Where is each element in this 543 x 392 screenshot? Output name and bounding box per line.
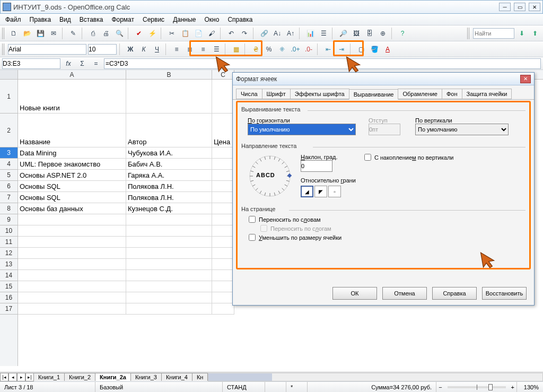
dialog-tab-0[interactable]: Числа <box>236 89 262 99</box>
horizontal-scrollbar[interactable] <box>208 373 543 381</box>
cell-A14[interactable] <box>18 270 126 281</box>
dec-indent-icon[interactable]: ⇤ <box>322 43 334 55</box>
row-header-10[interactable]: 10 <box>0 225 17 237</box>
row-header-4[interactable]: 4 <box>0 159 17 170</box>
cell-B8[interactable]: Кузнецов С.Д. <box>126 203 212 214</box>
dialog-close-icon[interactable]: ✕ <box>520 75 531 83</box>
spellcheck-icon[interactable]: ✔ <box>133 28 145 39</box>
tab-prev-icon[interactable]: ◂ <box>8 373 17 381</box>
menu-help[interactable]: Справка <box>224 15 256 24</box>
tab-next-icon[interactable]: ▸ <box>17 373 25 381</box>
brush-icon[interactable]: 🖌 <box>206 28 217 39</box>
currency-icon[interactable]: ₴ <box>250 43 261 55</box>
percent-icon[interactable]: % <box>263 43 275 55</box>
row-header-16[interactable]: 16 <box>0 292 17 303</box>
inc-indent-icon[interactable]: ⇥ <box>336 43 347 55</box>
copy-icon[interactable]: 📋 <box>179 28 191 39</box>
stack-vertical-checkbox[interactable] <box>364 154 371 161</box>
cell-B1[interactable] <box>126 80 212 114</box>
redo-icon[interactable]: ↷ <box>239 28 250 39</box>
sheet-tab-3[interactable]: Книги_3 <box>130 373 162 381</box>
hyperlink-icon[interactable]: 🔗 <box>258 28 270 39</box>
align-left-icon[interactable]: ≡ <box>171 43 182 55</box>
find-icon[interactable]: 🔎 <box>337 28 349 39</box>
number-icon[interactable]: ⁜ <box>276 43 288 55</box>
row-header-9[interactable]: 9 <box>0 214 17 225</box>
gallery-icon[interactable]: 🖼 <box>351 28 362 39</box>
fx-icon[interactable]: fx <box>63 58 74 69</box>
print-icon[interactable]: 🖨 <box>100 28 112 39</box>
row-header-15[interactable]: 15 <box>0 281 17 292</box>
border-icon[interactable]: ▢ <box>355 43 367 55</box>
row-header-6[interactable]: 6 <box>0 181 17 192</box>
toolbar-grip[interactable] <box>2 28 5 39</box>
col-header-B[interactable]: B <box>126 70 212 79</box>
bgcolor-icon[interactable]: 🪣 <box>369 43 380 55</box>
cell-C13[interactable] <box>212 259 234 270</box>
status-mode[interactable]: СТАНД <box>223 382 265 392</box>
formula-input[interactable] <box>104 58 541 69</box>
dialog-titlebar[interactable]: Формат ячеек ✕ <box>233 73 534 85</box>
datasource-icon[interactable]: 🗄 <box>364 28 375 39</box>
cut-icon[interactable]: ✂ <box>166 28 178 39</box>
status-sum[interactable]: Сумма=34 276,00 руб. <box>308 382 436 392</box>
chart-icon[interactable]: 📊 <box>304 28 316 39</box>
undo-icon[interactable]: ↶ <box>225 28 237 39</box>
cell-C11[interactable] <box>212 237 234 248</box>
align-justify-icon[interactable]: ☰ <box>211 43 222 55</box>
nav-icon[interactable]: ☰ <box>318 28 329 39</box>
help-icon[interactable]: ? <box>397 28 408 39</box>
zoom-value[interactable]: 130% <box>516 382 543 392</box>
select-all-corner[interactable] <box>0 70 18 80</box>
ref-edge-lower-icon[interactable]: ◢ <box>301 186 313 197</box>
angle-spinner[interactable] <box>301 160 332 172</box>
cell-B6[interactable]: Полякова Л.Н. <box>126 181 212 192</box>
ref-edge-upper-icon[interactable]: ◤ <box>314 186 327 197</box>
menu-view[interactable]: Вид <box>56 15 74 24</box>
cell-C14[interactable] <box>212 270 234 281</box>
find-prev-icon[interactable]: ⬆ <box>529 28 541 39</box>
row-header-13[interactable]: 13 <box>0 259 17 270</box>
cell-B5[interactable]: Гаряка А.А. <box>126 170 212 181</box>
cell-A3[interactable]: Data Mining <box>18 147 126 159</box>
cell-C4[interactable] <box>212 159 234 170</box>
sheet-tab-1[interactable]: Книги_2 <box>64 373 95 381</box>
font-size-select[interactable] <box>88 44 117 55</box>
cell-A17[interactable] <box>18 303 126 315</box>
cell-C6[interactable] <box>212 181 234 192</box>
cell-A10[interactable] <box>18 225 126 237</box>
cell-A12[interactable] <box>18 248 126 259</box>
cell-A11[interactable] <box>18 237 126 248</box>
cell-C10[interactable] <box>212 225 234 237</box>
cell-reference-box[interactable] <box>2 58 60 69</box>
cell-B4[interactable]: Бабич А.В. <box>126 159 212 170</box>
cell-A16[interactable] <box>18 292 126 303</box>
sheet-tab-0[interactable]: Книги_1 <box>33 373 65 381</box>
cell-B3[interactable]: Чубукова И.А. <box>126 147 212 159</box>
col-header-A[interactable]: A <box>18 70 126 79</box>
cell-C1[interactable] <box>212 80 234 114</box>
dialog-tab-1[interactable]: Шрифт <box>262 89 291 99</box>
find-input[interactable] <box>473 28 514 39</box>
cell-B11[interactable] <box>126 237 212 248</box>
minimize-button[interactable]: ─ <box>499 3 511 11</box>
cell-B10[interactable] <box>126 225 212 237</box>
cell-C2[interactable]: Цена <box>212 114 234 147</box>
cell-B16[interactable] <box>126 292 212 303</box>
ok-button[interactable]: ОК <box>332 287 377 300</box>
pdf-icon[interactable]: ⎙ <box>87 28 99 39</box>
cancel-button[interactable]: Отмена <box>382 287 427 300</box>
row-header-5[interactable]: 5 <box>0 170 17 181</box>
row-header-7[interactable]: 7 <box>0 192 17 203</box>
row-header-3[interactable]: 3 <box>0 147 17 159</box>
row-header-12[interactable]: 12 <box>0 248 17 259</box>
col-header-C[interactable]: C <box>212 70 234 79</box>
cell-C7[interactable] <box>212 192 234 203</box>
menu-format[interactable]: Формат <box>108 15 137 24</box>
add-decimal-icon[interactable]: .0+ <box>290 43 301 55</box>
cell-A8[interactable]: Основы баз данных <box>18 203 126 214</box>
cell-A1[interactable]: Новые книги <box>18 80 126 114</box>
tab-last-icon[interactable]: ▸| <box>25 373 34 381</box>
cell-B17[interactable] <box>126 303 212 315</box>
zoom-in-icon[interactable]: + <box>509 382 516 392</box>
